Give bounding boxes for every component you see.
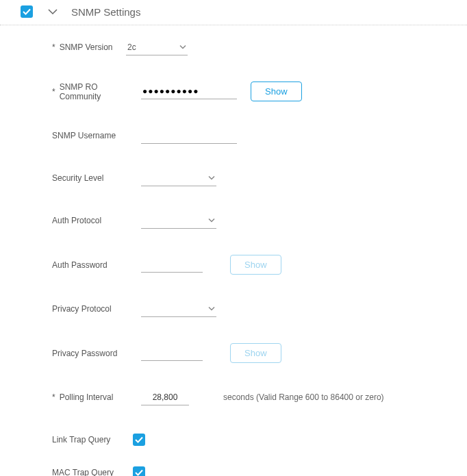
label-auth-password: Auth Password: [52, 260, 141, 270]
field-security-level: Security Level: [52, 170, 467, 186]
field-link-trap-query: Link Trap Query: [52, 431, 467, 448]
check-icon: [23, 8, 31, 16]
label-security-level: Security Level: [52, 173, 141, 183]
input-privacy-password[interactable]: [141, 345, 203, 361]
label-link-trap-query: Link Trap Query: [52, 435, 126, 444]
chevron-down-icon: [208, 304, 215, 314]
show-ro-community-button[interactable]: Show: [251, 82, 302, 101]
select-privacy-protocol[interactable]: [141, 301, 216, 317]
chevron-down-icon: [179, 42, 186, 52]
label-snmp-ro-community: * SNMP RO Community: [52, 82, 141, 101]
field-mac-trap-query: MAC Trap Query: [52, 464, 467, 476]
show-privacy-password-button[interactable]: Show: [230, 343, 281, 363]
select-security-level[interactable]: [141, 171, 216, 186]
checkbox-mac-trap-query[interactable]: [133, 466, 145, 476]
form-area: * SNMP Version 2c * SNMP RO Community ●●…: [0, 25, 467, 476]
input-snmp-username[interactable]: [141, 128, 237, 144]
field-privacy-protocol: Privacy Protocol: [52, 301, 467, 317]
select-snmp-version[interactable]: 2c: [126, 40, 188, 55]
label-auth-protocol: Auth Protocol: [52, 216, 141, 225]
field-snmp-ro-community: * SNMP RO Community ●●●●●●●●●● Show: [52, 82, 467, 101]
label-snmp-username: SNMP Username: [52, 131, 141, 140]
checkbox-link-trap-query[interactable]: [133, 434, 145, 446]
field-auth-password: Auth Password Show: [52, 255, 467, 275]
field-snmp-username: SNMP Username: [52, 127, 467, 144]
show-auth-password-button[interactable]: Show: [230, 255, 281, 275]
field-polling-interval: * Polling Interval seconds (Valid Range …: [52, 389, 467, 405]
section-enable-checkbox[interactable]: [21, 5, 33, 18]
chevron-down-icon: [208, 173, 215, 183]
field-privacy-password: Privacy Password Show: [52, 343, 467, 363]
input-polling-interval[interactable]: [141, 390, 189, 405]
label-polling-interval: * Polling Interval: [52, 392, 141, 402]
select-auth-protocol[interactable]: [141, 213, 216, 229]
field-snmp-version: * SNMP Version 2c: [52, 39, 467, 55]
collapse-chevron-icon[interactable]: [48, 8, 58, 15]
label-privacy-password: Privacy Password: [52, 349, 141, 358]
label-snmp-version: * SNMP Version: [52, 42, 126, 52]
polling-helper-text: seconds (Valid Range 600 to 86400 or zer…: [223, 392, 384, 402]
field-auth-protocol: Auth Protocol: [52, 212, 467, 229]
label-privacy-protocol: Privacy Protocol: [52, 304, 141, 314]
check-icon: [135, 436, 143, 444]
chevron-down-icon: [208, 216, 215, 225]
section-header: SNMP Settings: [0, 0, 467, 25]
label-mac-trap-query: MAC Trap Query: [52, 468, 126, 476]
input-snmp-ro-community[interactable]: ●●●●●●●●●●: [141, 84, 237, 99]
section-title: SNMP Settings: [71, 6, 140, 18]
check-icon: [135, 468, 143, 476]
input-auth-password[interactable]: [141, 257, 203, 273]
